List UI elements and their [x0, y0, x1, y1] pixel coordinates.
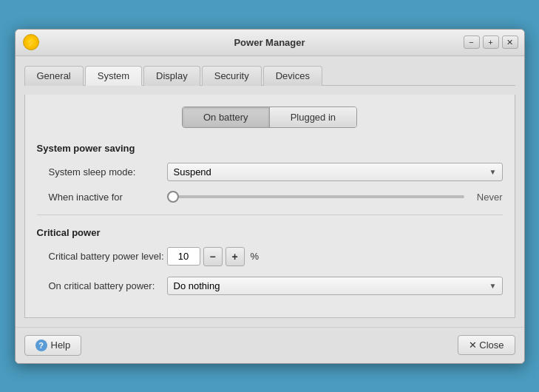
battery-level-increment[interactable]: +	[226, 247, 245, 266]
battery-level-label: Critical battery power level:	[49, 251, 167, 262]
main-content: General System Display Security Devices …	[16, 56, 524, 327]
sleep-mode-select[interactable]: Suspend Hibernate Shutdown Do nothing	[167, 163, 503, 181]
on-critical-select-wrap: Do nothing Suspend Hibernate Shutdown ▼	[167, 277, 503, 295]
on-critical-select[interactable]: Do nothing Suspend Hibernate Shutdown	[167, 277, 503, 295]
window-controls: − + ✕	[464, 36, 518, 49]
tab-devices[interactable]: Devices	[263, 66, 322, 86]
system-panel: On battery Plugged in System power savin…	[24, 95, 515, 318]
inactive-slider-wrap: Never	[167, 192, 503, 203]
tab-general[interactable]: General	[24, 66, 84, 86]
critical-power-title: Critical power	[37, 227, 503, 238]
inactive-row: When inactive for Never	[37, 192, 503, 203]
system-power-saving-title: System power saving	[37, 143, 503, 154]
tab-system[interactable]: System	[85, 66, 142, 86]
power-mode-toggle-group: On battery Plugged in	[182, 107, 357, 128]
battery-level-row: Critical battery power level: − + %	[37, 247, 503, 266]
inactive-label: When inactive for	[49, 192, 167, 203]
battery-level-control: − + %	[167, 247, 503, 266]
section-divider	[37, 214, 503, 215]
sleep-mode-label: System sleep mode:	[49, 166, 167, 178]
maximize-button[interactable]: +	[483, 36, 499, 49]
power-mode-toggle-bar: On battery Plugged in	[37, 107, 503, 128]
sleep-mode-select-wrap: Suspend Hibernate Shutdown Do nothing ▼	[167, 163, 503, 181]
tab-display[interactable]: Display	[143, 66, 200, 86]
battery-level-unit: %	[251, 251, 260, 262]
battery-level-input-wrap: − + %	[167, 247, 503, 266]
footer: ? Help ✕ Close	[16, 327, 524, 363]
sleep-mode-control: Suspend Hibernate Shutdown Do nothing ▼	[167, 163, 503, 181]
minimize-button[interactable]: −	[464, 36, 480, 49]
on-critical-label: On critical battery power:	[49, 280, 167, 291]
app-icon: ⚡	[23, 34, 39, 50]
inactive-value: Never	[473, 192, 503, 203]
on-critical-control: Do nothing Suspend Hibernate Shutdown ▼	[167, 277, 503, 295]
close-button[interactable]: ✕ Close	[458, 335, 515, 355]
battery-level-input[interactable]	[167, 247, 200, 266]
close-window-button[interactable]: ✕	[502, 36, 518, 49]
tab-security[interactable]: Security	[202, 66, 262, 86]
help-button[interactable]: ? Help	[24, 335, 82, 356]
titlebar: ⚡ Power Manager − + ✕	[16, 30, 524, 56]
on-critical-row: On critical battery power: Do nothing Su…	[37, 277, 503, 295]
battery-level-decrement[interactable]: −	[203, 247, 223, 266]
help-icon: ?	[35, 339, 47, 351]
help-label: Help	[51, 339, 71, 351]
inactive-slider[interactable]	[167, 195, 464, 198]
power-manager-window: ⚡ Power Manager − + ✕ General System Dis…	[15, 29, 525, 364]
plugged-in-button[interactable]: Plugged in	[270, 107, 356, 127]
tab-bar: General System Display Security Devices	[24, 65, 515, 86]
window-title: Power Manager	[234, 37, 305, 48]
on-battery-button[interactable]: On battery	[183, 107, 270, 127]
sleep-mode-row: System sleep mode: Suspend Hibernate Shu…	[37, 163, 503, 181]
